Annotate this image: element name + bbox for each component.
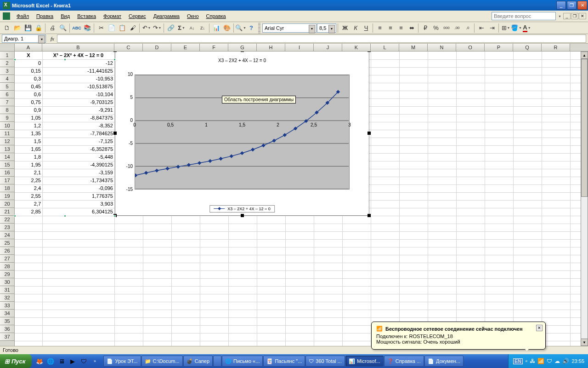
cell-A21[interactable]: 2,85 [15,208,42,216]
row-header-34[interactable]: 34 [0,310,14,317]
row-header-7[interactable]: 7 [0,98,14,106]
embedded-chart[interactable]: X3 – 2X2 + 4X – 12 = 0 Область построени… [115,52,369,216]
row-header-13[interactable]: 13 [0,145,14,153]
taskbar-task-9[interactable]: 📄Докумен... [424,356,464,367]
help-question-input[interactable] [492,12,556,20]
tray-onedrive-icon[interactable]: ☁ [554,358,560,364]
row-header-21[interactable]: 21 [0,208,14,216]
tray-wifi-icon[interactable]: 📶 [537,358,544,364]
cell-A13[interactable]: 1,65 [15,145,42,153]
research-button[interactable]: 📚 [82,23,92,33]
row-header-24[interactable]: 24 [0,231,14,239]
new-button[interactable]: 🗋 [2,23,12,33]
cell-B21[interactable]: 6,304125 [42,208,114,216]
cell-A11[interactable]: 1,35 [15,130,42,138]
column-header-O[interactable]: O [456,44,485,51]
tray-network-icon[interactable]: 🖧 [530,358,535,364]
ql-expand-icon[interactable]: » [90,356,100,366]
row-header-8[interactable]: 8 [0,106,14,114]
chart-resize-handle[interactable] [368,52,371,52]
cell-B12[interactable]: -7,125 [42,138,114,145]
row-header-1[interactable]: 1 [0,52,14,59]
tray-expand-icon[interactable]: « [525,359,527,363]
row-header-28[interactable]: 28 [0,263,14,270]
comma-button[interactable]: 000 [441,23,452,33]
cell-A15[interactable]: 1,95 [15,161,42,169]
permission-button[interactable]: 🔒 [34,23,44,33]
cell-A10[interactable]: 1,2 [15,122,42,130]
taskbar-task-3[interactable] [213,356,221,367]
row-header-31[interactable]: 31 [0,286,14,294]
menu-tools[interactable]: Сервис [125,12,150,20]
fill-color-button[interactable]: 🪣▼ [511,23,521,33]
row-header-18[interactable]: 18 [0,184,14,192]
cell-A5[interactable]: 0,45 [15,83,42,91]
row-header-30[interactable]: 30 [0,278,14,286]
tray-volume-icon[interactable]: 🔊 [562,358,569,364]
cell-B9[interactable]: -8,847375 [42,114,114,122]
row-header-36[interactable]: 36 [0,325,14,333]
align-left-button[interactable]: ≡ [375,23,385,33]
row-header-27[interactable]: 27 [0,255,14,263]
taskbar-task-7[interactable]: 📊Microsof... [345,356,384,367]
cell-B20[interactable]: 3,903 [42,200,114,208]
zoom-button[interactable]: 🔍▼ [236,23,246,33]
copy-button[interactable]: 📄 [107,23,117,33]
cell-B3[interactable]: -11,441625 [42,67,114,75]
print-button[interactable]: 🖨 [47,23,57,33]
decrease-decimal-button[interactable]: ,0 [463,23,473,33]
row-header-22[interactable]: 22 [0,216,14,224]
row-header-26[interactable]: 26 [0,247,14,255]
column-header-L[interactable]: L [371,44,399,51]
column-header-E[interactable]: E [171,44,200,51]
vertical-scrollbar[interactable]: ▲ ▼ [581,52,588,346]
menu-help[interactable]: Справка [203,12,230,20]
column-header-B[interactable]: B [42,44,114,51]
name-box[interactable]: Диагр. 1 [2,34,46,43]
column-header-A[interactable]: A [15,44,42,51]
language-indicator[interactable]: EN [513,358,523,364]
help-button[interactable]: ? [246,23,256,33]
row-header-5[interactable]: 5 [0,83,14,91]
hyperlink-button[interactable]: 🔗 [166,23,176,33]
cell-A3[interactable]: 0,15 [15,67,42,75]
scroll-up-button[interactable]: ▲ [581,52,588,59]
chart-resize-handle[interactable] [368,132,371,135]
decrease-indent-button[interactable]: ⇤ [476,23,486,33]
chart-resize-handle[interactable] [241,214,244,217]
column-header-N[interactable]: N [428,44,456,51]
vscroll-track[interactable] [581,59,588,339]
menu-insert[interactable]: Вставка [74,12,100,20]
cell-B10[interactable]: -8,352 [42,122,114,130]
paste-button[interactable]: 📋 [117,23,127,33]
row-header-33[interactable]: 33 [0,302,14,310]
row-header-25[interactable]: 25 [0,239,14,247]
percent-button[interactable]: % [431,23,441,33]
format-painter-button[interactable]: 🖌 [128,23,138,33]
scroll-down-button[interactable]: ▼ [581,339,588,346]
menu-window[interactable]: Окно [183,12,203,20]
italic-button[interactable]: К [351,23,361,33]
row-header-17[interactable]: 17 [0,177,14,184]
open-button[interactable]: 📂 [12,23,23,33]
wifi-notification-balloon[interactable]: ✕ 📶Беспроводное сетевое соединение сейча… [371,322,546,350]
cut-button[interactable]: ✂ [96,23,106,33]
row-header-23[interactable]: 23 [0,224,14,231]
column-header-R[interactable]: R [542,44,570,51]
merge-center-button[interactable]: ⬌ [407,23,417,33]
cell-A1[interactable]: X [15,52,42,59]
increase-decimal-button[interactable]: ,00 [452,23,462,33]
cell-A12[interactable]: 1,5 [15,138,42,145]
menu-edit[interactable]: Правка [33,12,57,20]
row-header-20[interactable]: 20 [0,200,14,208]
minimize-button[interactable]: _ [556,1,566,10]
taskbar-task-6[interactable]: 🛡360 Total ... [305,356,345,367]
ql-media-icon[interactable]: ▶ [68,356,78,366]
drawing-toolbar-button[interactable]: 🎨 [222,23,232,33]
menu-chart[interactable]: Диаграмма [150,12,183,20]
cell-A19[interactable]: 2,55 [15,192,42,200]
close-button[interactable]: ✕ [577,1,587,10]
cell-B13[interactable]: -6,352875 [42,145,114,153]
cell-B4[interactable]: -10,953 [42,75,114,83]
doc-minimize-button[interactable]: _ [563,13,571,19]
